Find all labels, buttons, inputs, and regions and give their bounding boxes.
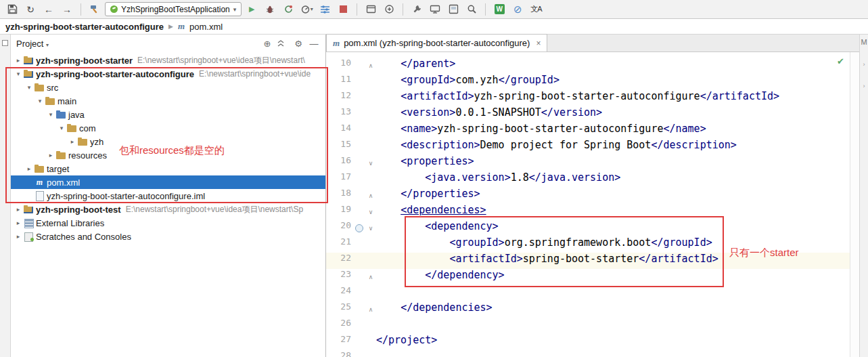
run-coverage-button[interactable] <box>280 2 296 17</box>
tree-item-scratches-and-consoles[interactable]: ▸Scratches and Consoles <box>11 230 325 243</box>
project-tool-window-icon[interactable] <box>2 40 8 46</box>
tree-item-yzh[interactable]: ▸yzh <box>11 135 325 148</box>
suspend-button[interactable]: ⊘ <box>509 2 526 17</box>
settings-tools-button[interactable] <box>409 2 425 17</box>
tree-item-com[interactable]: ▾com <box>11 121 325 135</box>
expand-arrow-icon[interactable]: ▾ <box>14 70 23 77</box>
tree-item-external-libraries[interactable]: ▸External Libraries <box>11 216 325 230</box>
forward-button[interactable]: → <box>59 2 75 17</box>
tree-item-yzh-spring-boot-starter-autoconfigure[interactable]: ▾yzh-spring-boot-starter-autoconfigureE:… <box>11 67 325 81</box>
fold-marker-icon[interactable]: ∨ <box>365 204 376 220</box>
expand-arrow-icon[interactable]: ▾ <box>35 98 45 104</box>
tree-item-resources[interactable]: ▸resources <box>11 148 325 162</box>
run-icon: ▶ <box>249 5 254 14</box>
project-view-select[interactable]: Project ▾ <box>16 39 49 49</box>
expand-arrow-icon[interactable]: ▾ <box>24 84 34 91</box>
hide-panel-button[interactable]: — <box>308 39 320 49</box>
tree-item-java[interactable]: ▾java <box>11 108 325 121</box>
expand-arrow-icon[interactable]: ▸ <box>14 206 23 213</box>
fold-marker-icon[interactable]: ∧ <box>365 301 376 318</box>
expand-arrow-icon[interactable]: ▸ <box>14 219 23 226</box>
fold-marker-icon[interactable]: ∧ <box>365 188 376 204</box>
translate-button[interactable]: 文A <box>528 2 544 17</box>
tab-pom-xml[interactable]: m pom.xml (yzh-spring-boot-starter-autoc… <box>326 34 547 51</box>
code-line-15[interactable]: 15 <description>Demo project for Spring … <box>326 139 850 155</box>
profiler-button[interactable]: ▾ <box>298 2 315 17</box>
tree-item-label: com <box>79 123 96 133</box>
line-number: 21 <box>326 236 355 253</box>
code-line-23[interactable]: 23∧ </dependency> <box>326 269 850 285</box>
run-button[interactable]: ▶ <box>244 2 260 17</box>
window-layout-button[interactable] <box>363 2 379 17</box>
tune-button[interactable] <box>317 2 333 17</box>
code-line-25[interactable]: 25∧ </dependencies> <box>326 301 850 318</box>
fold-marker-icon[interactable]: ∨ <box>365 220 376 236</box>
gear-icon: ⚙ <box>294 39 302 49</box>
inspections-ok-icon[interactable]: ✔ <box>837 56 844 66</box>
expand-arrow-icon[interactable]: ▸ <box>14 233 23 240</box>
code-line-16[interactable]: 16∨ <properties> <box>326 155 850 171</box>
breadcrumb-module[interactable]: yzh-spring-boot-starter-autoconfigure <box>5 22 164 32</box>
fold-marker-icon[interactable]: ∧ <box>365 58 376 74</box>
code-line-10[interactable]: 10∧ </parent> <box>326 58 850 74</box>
code-line-12[interactable]: 12 <artifactId>yzh-spring-boot-starter-a… <box>326 90 850 106</box>
code-line-20[interactable]: 20∨ <dependency> <box>326 220 850 236</box>
tree-item-target[interactable]: ▸target <box>11 162 325 175</box>
back-button[interactable]: ← <box>41 2 57 17</box>
code-line-22[interactable]: 22 <artifactId>spring-boot-starter</arti… <box>326 253 850 269</box>
save-all-button[interactable] <box>4 2 20 17</box>
code-line-18[interactable]: 18∧ </properties> <box>326 188 850 204</box>
code-line-24[interactable]: 24 <box>326 285 850 301</box>
expand-arrow-icon[interactable]: ▸ <box>24 165 34 172</box>
tree-item-yzh-spring-boot-starter[interactable]: ▸yzh-spring-boot-starterE:\newstart\spri… <box>11 54 325 67</box>
attach-process-button[interactable] <box>381 2 397 17</box>
stop-button[interactable] <box>335 2 351 17</box>
code-line-26[interactable]: 26 <box>326 318 850 334</box>
line-number: 18 <box>326 188 355 204</box>
locate-file-button[interactable]: ⊕ <box>261 39 273 49</box>
tree-item-main[interactable]: ▾main <box>11 94 325 108</box>
run-configuration-select[interactable]: YzhSpringBootTestApplication ▾ <box>105 2 242 16</box>
tree-item-yzh-spring-boot-starter-autoconfigure-iml[interactable]: yzh-spring-boot-starter-autoconfigure.im… <box>11 189 325 203</box>
expand-arrow-icon[interactable]: ▸ <box>68 138 77 145</box>
expand-arrow-icon[interactable]: ▸ <box>46 152 55 159</box>
expand-arrow-icon[interactable]: ▸ <box>14 57 23 64</box>
collapse-all-button[interactable] <box>277 39 289 47</box>
sync-button[interactable]: ↻ <box>22 2 39 17</box>
code-line-17[interactable]: 17 <java.version>1.8</java.version> <box>326 171 850 188</box>
close-icon[interactable]: × <box>536 39 541 48</box>
word-plugin-button[interactable]: W <box>491 2 507 17</box>
code-text: <artifactId>spring-boot-starter</artifac… <box>376 253 718 269</box>
dependency-gutter-icon[interactable] <box>355 220 365 236</box>
tree-item-yzh-spring-boot-test[interactable]: ▸yzh-spring-boot-testE:\newstart\springb… <box>11 203 325 216</box>
tree-item-pom-xml[interactable]: pom.xml <box>11 175 325 189</box>
maven-file-icon: m <box>333 38 340 49</box>
remote-host-button[interactable] <box>427 2 443 17</box>
maven-tool-window-button[interactable]: M <box>861 38 867 46</box>
fold-spacer <box>365 285 376 301</box>
fold-spacer <box>365 334 376 350</box>
fold-marker-icon[interactable]: ∧ <box>365 269 376 285</box>
code-line-14[interactable]: 14 <name>yzh-spring-boot-starter-autocon… <box>326 123 850 139</box>
debug-button[interactable] <box>262 2 278 17</box>
expand-arrow-icon[interactable]: ▾ <box>46 111 55 118</box>
code-line-28[interactable]: 28 <box>326 350 850 357</box>
code-line-21[interactable]: 21 <groupId>org.springframework.boot</gr… <box>326 236 850 253</box>
fold-marker-icon[interactable]: ∨ <box>365 155 376 171</box>
main-toolbar: ↻ ← → YzhSpringBootTestApplication ▾ ▶ ▾ <box>0 0 868 19</box>
breadcrumb-file[interactable]: pom.xml <box>189 22 223 32</box>
build-button[interactable] <box>87 2 103 17</box>
expand-arrow-icon[interactable]: ▾ <box>57 125 66 131</box>
editor-scrollbar[interactable] <box>850 52 859 357</box>
code-line-19[interactable]: 19∨ <dependencies> <box>326 204 850 220</box>
gutter-spacer <box>355 253 365 269</box>
code-line-11[interactable]: 11 <groupId>com.yzh</groupId> <box>326 74 850 90</box>
code-line-13[interactable]: 13 <version>0.0.1-SNAPSHOT</version> <box>326 106 850 123</box>
project-panel-header: Project ▾ ⊕ ⚙ — <box>11 35 325 52</box>
code-text: <dependency> <box>376 220 499 236</box>
panel-settings-button[interactable]: ⚙ <box>292 39 304 49</box>
frame-button[interactable] <box>445 2 461 17</box>
code-line-27[interactable]: 27</project> <box>326 334 850 350</box>
search-everywhere-button[interactable] <box>463 2 480 17</box>
tree-item-src[interactable]: ▾src <box>11 81 325 94</box>
